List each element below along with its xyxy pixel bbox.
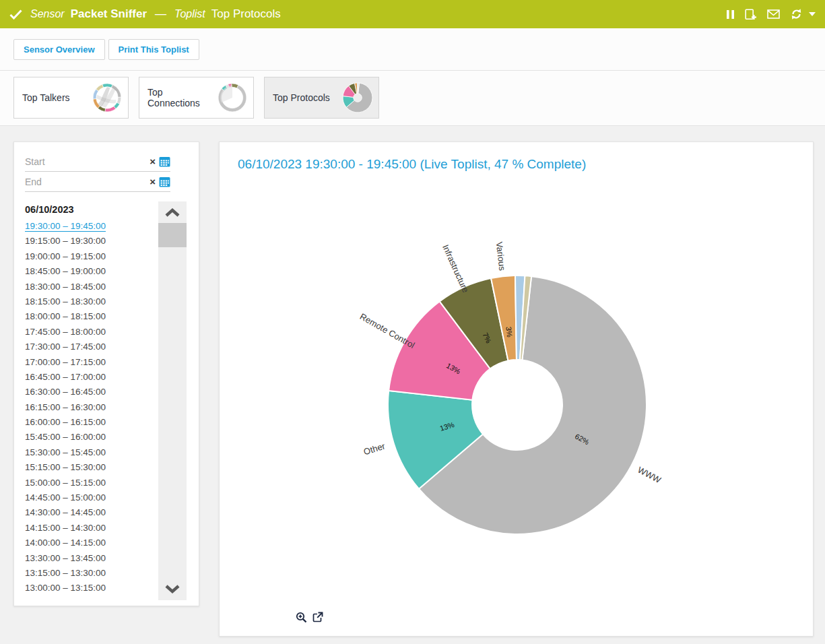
start-date-row: × — [25, 152, 170, 172]
chord-diagram-icon — [92, 82, 123, 113]
chart-title: 06/10/2023 19:30:00 - 19:45:00 (Live Top… — [238, 157, 586, 172]
interval-sidebar: × × 06/10/2023 — [13, 141, 199, 606]
status-check-icon — [9, 9, 22, 20]
sensor-overview-button[interactable]: Sensor Overview — [13, 39, 105, 60]
divider — [0, 125, 825, 126]
donut-chart-icon — [342, 82, 373, 113]
tab-label: Top Connections — [147, 87, 217, 108]
toplist-chart-panel: 06/10/2023 19:30:00 - 19:45:00 (Live Top… — [219, 141, 814, 637]
pause-icon[interactable] — [726, 9, 735, 20]
clear-end-icon[interactable]: × — [146, 176, 159, 187]
interval-scrollbar[interactable] — [158, 201, 187, 600]
tab-label: Top Talkers — [22, 92, 70, 103]
clear-start-icon[interactable]: × — [146, 156, 159, 167]
tab-label: Top Protocols — [273, 92, 330, 103]
header-bar: Sensor Packet Sniffer — Toplist Top Prot… — [0, 0, 825, 28]
chevron-down-icon[interactable] — [809, 12, 816, 16]
scroll-down-icon[interactable] — [158, 580, 187, 598]
svg-text:Infrastructure: Infrastructure — [440, 243, 471, 294]
svg-text:3%: 3% — [504, 326, 514, 337]
chord-diagram-icon — [217, 82, 248, 113]
end-date-row: × — [25, 172, 170, 192]
page-title: Top Protocols — [211, 7, 281, 21]
svg-text:Other: Other — [362, 441, 387, 457]
external-link-icon[interactable] — [312, 612, 323, 626]
tab-top-talkers[interactable]: Top Talkers — [13, 77, 129, 119]
print-toplist-button[interactable]: Print This Toplist — [108, 39, 199, 60]
scrollbar-thumb[interactable] — [158, 223, 187, 247]
start-date-input[interactable] — [25, 156, 146, 167]
object-kind-label: Sensor — [30, 8, 65, 20]
end-date-input[interactable] — [25, 176, 146, 187]
refresh-icon[interactable] — [790, 8, 803, 20]
email-icon[interactable] — [767, 9, 780, 19]
svg-text:Remote Control: Remote Control — [358, 311, 417, 350]
top-section: Sensor Overview Print This Toplist Top T… — [0, 28, 825, 126]
calendar-icon[interactable] — [159, 176, 170, 187]
sensor-name: Packet Sniffer — [71, 7, 147, 21]
tab-top-protocols[interactable]: Top Protocols — [264, 77, 379, 119]
section-label: Toplist — [174, 8, 205, 20]
zoom-in-icon[interactable] — [296, 612, 307, 626]
svg-text:Various: Various — [494, 241, 508, 271]
tab-top-connections[interactable]: Top Connections — [139, 77, 254, 119]
protocol-donut-chart[interactable]: 62%WWW13%Other13%Remote Control7%Infrast… — [349, 236, 686, 573]
calendar-icon[interactable] — [159, 156, 170, 167]
svg-text:WWW: WWW — [636, 465, 663, 486]
add-report-icon[interactable] — [745, 9, 757, 20]
scroll-up-icon[interactable] — [158, 204, 187, 222]
title-separator: — — [155, 7, 166, 21]
